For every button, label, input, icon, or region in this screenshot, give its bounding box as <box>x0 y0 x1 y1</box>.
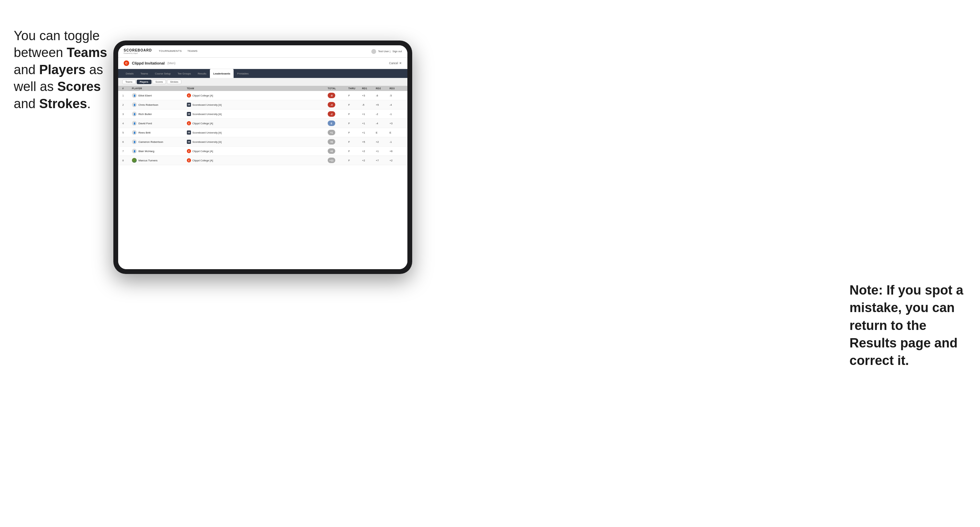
rd2-value: +5 <box>376 103 390 106</box>
team-cell: SB Scoreboard University [A] <box>187 103 256 107</box>
team-cell: C Clippd College [A] <box>187 158 256 162</box>
nav-tournaments[interactable]: TOURNAMENTS <box>159 49 182 53</box>
tab-tee-groups[interactable]: Tee Groups <box>174 69 194 78</box>
col-spacer <box>256 87 328 90</box>
player-name: Rich Butler <box>138 113 152 116</box>
bold-scores: Scores <box>57 79 101 94</box>
team-cell: C Clippd College [A] <box>187 149 256 153</box>
tab-printables[interactable]: Printables <box>234 69 252 78</box>
score-badge: +1 <box>328 130 335 135</box>
col-rd1: RD1 <box>362 87 376 90</box>
player-avatar: 👤 <box>132 102 137 107</box>
nav-teams[interactable]: TEAMS <box>187 49 197 53</box>
team-name: Scoreboard University [A] <box>192 113 221 116</box>
thru-value: F <box>348 113 362 116</box>
team-cell: SB Scoreboard University [A] <box>187 130 256 135</box>
table-row: 3 👤 Rich Butler SB Scoreboard University… <box>118 110 407 119</box>
cancel-button[interactable]: Cancel ✕ <box>389 62 402 65</box>
tab-teams[interactable]: Teams <box>137 69 151 78</box>
rd3-value: -4 <box>390 103 403 106</box>
team-logo-sb: SB <box>187 103 191 107</box>
rd3-value: E <box>390 131 403 134</box>
table-row: 6 👤 Cameron Robertson SB Scoreboard Univ… <box>118 137 407 147</box>
score-badge: +6 <box>328 139 335 144</box>
tournament-title-row: C Clippd Invitational (Men) <box>124 60 175 66</box>
thru-value: F <box>348 140 362 143</box>
rd3-value: +6 <box>390 150 403 153</box>
team-name: Scoreboard University [A] <box>192 131 221 134</box>
thru-value: F <box>348 94 362 97</box>
player-name: Rees Britt <box>138 131 150 134</box>
tab-leaderboards[interactable]: Leaderboards <box>210 69 234 78</box>
rd3-value: -1 <box>390 113 403 116</box>
leaderboard-table: # PLAYER TEAM TOTAL THRU RD1 RD2 RD3 1 👤… <box>118 86 407 269</box>
total-score: E <box>328 121 348 126</box>
rd2-value: +7 <box>376 159 390 162</box>
user-name: Test User | <box>378 50 391 53</box>
rank-number: 1 <box>122 94 132 97</box>
total-score: -4 <box>328 102 348 108</box>
player-name: David Ford <box>138 122 152 125</box>
team-name: Clippd College [A] <box>192 94 213 97</box>
team-logo-sb: SB <box>187 140 191 144</box>
col-rank: # <box>122 87 132 90</box>
tab-course-setup[interactable]: Course Setup <box>151 69 174 78</box>
rd1-value: +1 <box>362 113 376 116</box>
toggle-strokes[interactable]: Strokes <box>167 79 181 84</box>
rd1-value: +1 <box>362 122 376 125</box>
rd3-value: -1 <box>390 140 403 143</box>
tablet-frame: SCOREBOARD Powered by clippd TOURNAMENTS… <box>113 41 412 274</box>
player-cell: 🌿 Marcus Turners <box>132 158 187 163</box>
team-cell: SB Scoreboard University [A] <box>187 112 256 116</box>
sub-nav: Details Teams Course Setup Tee Groups Re… <box>118 69 407 78</box>
player-name: Blair McHarg <box>138 150 154 153</box>
toggle-row: Teams Players Scores Strokes <box>118 78 407 86</box>
tablet-screen: SCOREBOARD Powered by clippd TOURNAMENTS… <box>118 45 407 269</box>
nav-right: Test User | Sign out <box>371 49 402 54</box>
table-row: 4 👤 David Ford C Clippd College [A] E F … <box>118 119 407 128</box>
rank-number: 4 <box>122 122 132 125</box>
toggle-scores[interactable]: Scores <box>153 79 166 84</box>
team-logo-clippd: C <box>187 158 191 162</box>
rank-number: 8 <box>122 159 132 162</box>
player-cell: 👤 Chris Robertson <box>132 102 187 107</box>
rd1-value: +5 <box>362 140 376 143</box>
tab-results[interactable]: Results <box>194 69 210 78</box>
col-rd3: RD3 <box>390 87 403 90</box>
bold-strokes: Strokes <box>39 97 87 111</box>
team-logo-clippd: C <box>187 94 191 97</box>
bold-teams: Teams <box>67 45 107 60</box>
table-row: 2 👤 Chris Robertson SB Scoreboard Univer… <box>118 100 407 110</box>
rank-number: 5 <box>122 131 132 134</box>
rd1-value: -5 <box>362 103 376 106</box>
player-cell: 👤 Rees Britt <box>132 130 187 135</box>
table-body: 1 👤 Elliot Ebert C Clippd College [A] -8… <box>118 91 407 165</box>
team-name: Scoreboard University [A] <box>192 140 221 143</box>
col-rd2: RD2 <box>376 87 390 90</box>
rd3-value: +2 <box>390 159 403 162</box>
col-player: PLAYER <box>132 87 187 90</box>
col-team: TEAM <box>187 87 256 90</box>
tab-details[interactable]: Details <box>122 69 137 78</box>
logo-subtitle: Powered by clippd <box>124 52 152 54</box>
rd2-value: -6 <box>376 94 390 97</box>
total-score: +8 <box>328 148 348 154</box>
team-logo-clippd: C <box>187 149 191 153</box>
rd1-value: +1 <box>362 131 376 134</box>
player-avatar: 👤 <box>132 111 137 116</box>
score-badge: -2 <box>328 111 335 117</box>
player-avatar: 👤 <box>132 140 137 144</box>
table-header: # PLAYER TEAM TOTAL THRU RD1 RD2 RD3 <box>118 86 407 91</box>
team-cell: C Clippd College [A] <box>187 121 256 125</box>
team-logo-sb: SB <box>187 112 191 116</box>
score-badge: +8 <box>328 148 335 154</box>
col-total: TOTAL <box>328 87 348 90</box>
sign-out-link[interactable]: Sign out <box>392 50 402 53</box>
team-name: Scoreboard University [A] <box>192 103 221 106</box>
total-score: +11 <box>328 157 348 163</box>
thru-value: F <box>348 131 362 134</box>
player-name: Elliot Ebert <box>138 94 152 97</box>
toggle-teams[interactable]: Teams <box>122 79 136 84</box>
rd2-value: E <box>376 131 390 134</box>
toggle-players[interactable]: Players <box>137 79 151 84</box>
